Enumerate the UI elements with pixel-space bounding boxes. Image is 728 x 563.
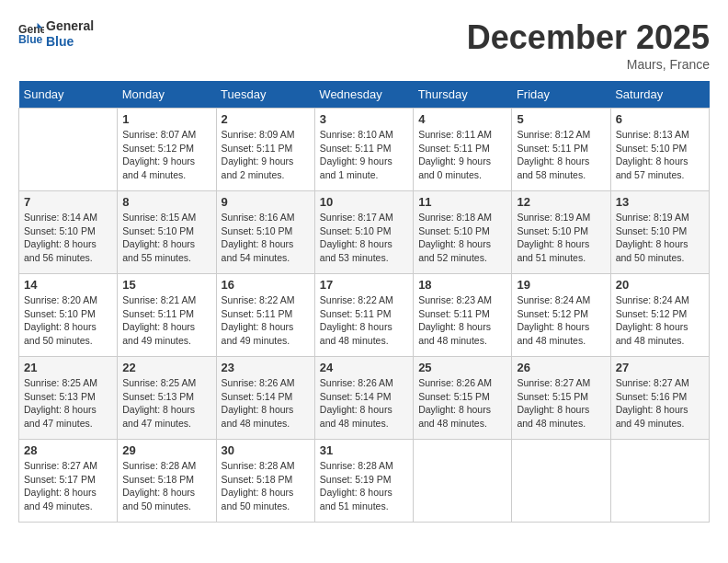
calendar-header-row: SundayMondayTuesdayWednesdayThursdayFrid… bbox=[19, 81, 710, 109]
day-info: Sunrise: 8:11 AM Sunset: 5:11 PM Dayligh… bbox=[418, 128, 506, 182]
calendar-cell bbox=[610, 440, 709, 523]
day-info: Sunrise: 8:27 AM Sunset: 5:15 PM Dayligh… bbox=[517, 376, 605, 431]
day-info: Sunrise: 8:12 AM Sunset: 5:11 PM Dayligh… bbox=[517, 128, 605, 182]
day-info: Sunrise: 8:13 AM Sunset: 5:10 PM Dayligh… bbox=[616, 128, 704, 182]
day-info: Sunrise: 8:17 AM Sunset: 5:10 PM Dayligh… bbox=[320, 211, 408, 265]
day-info: Sunrise: 8:21 AM Sunset: 5:11 PM Dayligh… bbox=[122, 293, 210, 348]
calendar-cell: 14Sunrise: 8:20 AM Sunset: 5:10 PM Dayli… bbox=[19, 274, 118, 357]
day-number: 28 bbox=[24, 443, 112, 457]
svg-text:Blue: Blue bbox=[18, 33, 43, 46]
calendar-cell: 9Sunrise: 8:16 AM Sunset: 5:10 PM Daylig… bbox=[216, 191, 314, 274]
calendar-cell: 28Sunrise: 8:27 AM Sunset: 5:17 PM Dayli… bbox=[19, 440, 118, 523]
day-number: 15 bbox=[122, 278, 210, 292]
day-number: 30 bbox=[222, 443, 310, 457]
header-monday: Monday bbox=[118, 81, 216, 109]
day-info: Sunrise: 8:07 AM Sunset: 5:12 PM Dayligh… bbox=[122, 128, 210, 182]
calendar-cell: 12Sunrise: 8:19 AM Sunset: 5:10 PM Dayli… bbox=[512, 191, 610, 274]
calendar-cell: 23Sunrise: 8:26 AM Sunset: 5:14 PM Dayli… bbox=[216, 357, 314, 440]
day-number: 11 bbox=[418, 195, 506, 209]
day-info: Sunrise: 8:28 AM Sunset: 5:19 PM Dayligh… bbox=[320, 459, 408, 513]
day-number: 5 bbox=[517, 112, 605, 126]
header-sunday: Sunday bbox=[19, 81, 118, 109]
day-number: 17 bbox=[320, 278, 408, 292]
day-info: Sunrise: 8:25 AM Sunset: 5:13 PM Dayligh… bbox=[24, 376, 112, 431]
header-wednesday: Wednesday bbox=[314, 81, 413, 109]
day-number: 27 bbox=[616, 361, 704, 374]
header-thursday: Thursday bbox=[414, 81, 512, 109]
day-number: 7 bbox=[24, 195, 112, 209]
day-info: Sunrise: 8:16 AM Sunset: 5:10 PM Dayligh… bbox=[222, 211, 310, 265]
calendar-week-row: 28Sunrise: 8:27 AM Sunset: 5:17 PM Dayli… bbox=[19, 440, 710, 523]
day-number: 2 bbox=[222, 112, 310, 126]
calendar-cell: 6Sunrise: 8:13 AM Sunset: 5:10 PM Daylig… bbox=[610, 109, 709, 191]
day-number: 12 bbox=[517, 195, 605, 209]
day-info: Sunrise: 8:19 AM Sunset: 5:10 PM Dayligh… bbox=[517, 211, 605, 265]
day-number: 16 bbox=[222, 278, 310, 292]
logo-line1: General bbox=[46, 18, 94, 34]
calendar-week-row: 14Sunrise: 8:20 AM Sunset: 5:10 PM Dayli… bbox=[19, 274, 710, 357]
day-info: Sunrise: 8:28 AM Sunset: 5:18 PM Dayligh… bbox=[122, 459, 210, 513]
calendar-cell: 13Sunrise: 8:19 AM Sunset: 5:10 PM Dayli… bbox=[610, 191, 709, 274]
calendar-week-row: 1Sunrise: 8:07 AM Sunset: 5:12 PM Daylig… bbox=[19, 109, 710, 191]
calendar-cell: 16Sunrise: 8:22 AM Sunset: 5:11 PM Dayli… bbox=[216, 274, 314, 357]
calendar-cell: 18Sunrise: 8:23 AM Sunset: 5:11 PM Dayli… bbox=[414, 274, 512, 357]
day-info: Sunrise: 8:19 AM Sunset: 5:10 PM Dayligh… bbox=[616, 211, 704, 265]
title-area: December 2025 Maurs, France bbox=[467, 18, 710, 72]
logo: General Blue General Blue bbox=[18, 18, 94, 50]
logo-icon: General Blue bbox=[18, 21, 44, 47]
calendar-cell: 29Sunrise: 8:28 AM Sunset: 5:18 PM Dayli… bbox=[118, 440, 216, 523]
day-number: 22 bbox=[122, 361, 210, 374]
day-number: 21 bbox=[24, 361, 112, 374]
calendar-cell: 22Sunrise: 8:25 AM Sunset: 5:13 PM Dayli… bbox=[118, 357, 216, 440]
calendar-table: SundayMondayTuesdayWednesdayThursdayFrid… bbox=[18, 81, 710, 523]
calendar-cell: 21Sunrise: 8:25 AM Sunset: 5:13 PM Dayli… bbox=[19, 357, 118, 440]
day-info: Sunrise: 8:14 AM Sunset: 5:10 PM Dayligh… bbox=[24, 211, 112, 265]
day-number: 26 bbox=[517, 361, 605, 374]
day-info: Sunrise: 8:15 AM Sunset: 5:10 PM Dayligh… bbox=[122, 211, 210, 265]
day-number: 24 bbox=[320, 361, 408, 374]
day-info: Sunrise: 8:26 AM Sunset: 5:15 PM Dayligh… bbox=[418, 376, 506, 431]
calendar-cell: 10Sunrise: 8:17 AM Sunset: 5:10 PM Dayli… bbox=[314, 191, 413, 274]
calendar-cell: 25Sunrise: 8:26 AM Sunset: 5:15 PM Dayli… bbox=[414, 357, 512, 440]
header-tuesday: Tuesday bbox=[216, 81, 314, 109]
day-info: Sunrise: 8:28 AM Sunset: 5:18 PM Dayligh… bbox=[222, 459, 310, 513]
calendar-cell: 24Sunrise: 8:26 AM Sunset: 5:14 PM Dayli… bbox=[314, 357, 413, 440]
day-info: Sunrise: 8:22 AM Sunset: 5:11 PM Dayligh… bbox=[222, 293, 310, 348]
day-info: Sunrise: 8:10 AM Sunset: 5:11 PM Dayligh… bbox=[320, 128, 408, 182]
month-title: December 2025 bbox=[467, 18, 710, 57]
calendar-cell: 11Sunrise: 8:18 AM Sunset: 5:10 PM Dayli… bbox=[414, 191, 512, 274]
calendar-cell: 17Sunrise: 8:22 AM Sunset: 5:11 PM Dayli… bbox=[314, 274, 413, 357]
day-info: Sunrise: 8:27 AM Sunset: 5:17 PM Dayligh… bbox=[24, 459, 112, 513]
calendar-week-row: 21Sunrise: 8:25 AM Sunset: 5:13 PM Dayli… bbox=[19, 357, 710, 440]
day-number: 10 bbox=[320, 195, 408, 209]
day-info: Sunrise: 8:26 AM Sunset: 5:14 PM Dayligh… bbox=[320, 376, 408, 431]
calendar-cell: 8Sunrise: 8:15 AM Sunset: 5:10 PM Daylig… bbox=[118, 191, 216, 274]
calendar-cell: 31Sunrise: 8:28 AM Sunset: 5:19 PM Dayli… bbox=[314, 440, 413, 523]
calendar-cell: 3Sunrise: 8:10 AM Sunset: 5:11 PM Daylig… bbox=[314, 109, 413, 191]
day-number: 9 bbox=[222, 195, 310, 209]
header-friday: Friday bbox=[512, 81, 610, 109]
calendar-cell: 15Sunrise: 8:21 AM Sunset: 5:11 PM Dayli… bbox=[118, 274, 216, 357]
day-number: 14 bbox=[24, 278, 112, 292]
logo-line2: Blue bbox=[46, 34, 94, 50]
calendar-cell: 5Sunrise: 8:12 AM Sunset: 5:11 PM Daylig… bbox=[512, 109, 610, 191]
calendar-cell: 20Sunrise: 8:24 AM Sunset: 5:12 PM Dayli… bbox=[610, 274, 709, 357]
calendar-cell: 26Sunrise: 8:27 AM Sunset: 5:15 PM Dayli… bbox=[512, 357, 610, 440]
calendar-cell: 2Sunrise: 8:09 AM Sunset: 5:11 PM Daylig… bbox=[216, 109, 314, 191]
calendar-cell bbox=[512, 440, 610, 523]
day-number: 13 bbox=[616, 195, 704, 209]
day-number: 1 bbox=[122, 112, 210, 126]
day-number: 19 bbox=[517, 278, 605, 292]
day-info: Sunrise: 8:26 AM Sunset: 5:14 PM Dayligh… bbox=[222, 376, 310, 431]
calendar-cell: 30Sunrise: 8:28 AM Sunset: 5:18 PM Dayli… bbox=[216, 440, 314, 523]
day-number: 25 bbox=[418, 361, 506, 374]
page-header: General Blue General Blue December 2025 … bbox=[18, 18, 710, 72]
day-info: Sunrise: 8:25 AM Sunset: 5:13 PM Dayligh… bbox=[122, 376, 210, 431]
day-number: 6 bbox=[616, 112, 704, 126]
calendar-week-row: 7Sunrise: 8:14 AM Sunset: 5:10 PM Daylig… bbox=[19, 191, 710, 274]
location: Maurs, France bbox=[467, 57, 710, 72]
day-info: Sunrise: 8:22 AM Sunset: 5:11 PM Dayligh… bbox=[320, 293, 408, 348]
calendar-cell: 27Sunrise: 8:27 AM Sunset: 5:16 PM Dayli… bbox=[610, 357, 709, 440]
calendar-cell: 4Sunrise: 8:11 AM Sunset: 5:11 PM Daylig… bbox=[414, 109, 512, 191]
calendar-cell: 19Sunrise: 8:24 AM Sunset: 5:12 PM Dayli… bbox=[512, 274, 610, 357]
